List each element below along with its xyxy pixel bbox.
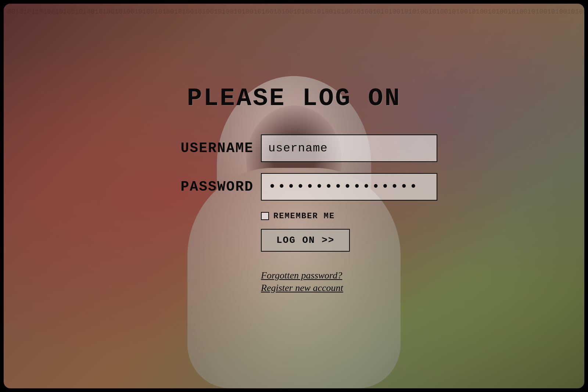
register-link[interactable]: Register new account — [261, 283, 343, 294]
password-input[interactable] — [261, 173, 437, 201]
screen: 0010101101001010010100101001010010100101… — [4, 4, 584, 388]
logon-button[interactable]: LOG ON >> — [261, 229, 350, 252]
login-content: PLEASE LOG ON USERNAME PASSWORD REMEMBER… — [4, 4, 584, 388]
username-input[interactable] — [261, 134, 437, 162]
remember-me-checkbox[interactable] — [261, 212, 269, 220]
login-form: USERNAME PASSWORD REMEMBER ME LOG ON >> … — [151, 134, 437, 294]
username-row: USERNAME — [151, 134, 437, 162]
remember-me-row: REMEMBER ME — [261, 212, 335, 221]
page-title: PLEASE LOG ON — [187, 84, 401, 112]
remember-me-label: REMEMBER ME — [273, 212, 335, 221]
password-label: PASSWORD — [151, 179, 261, 195]
links-area: Forgotten password? Register new account — [261, 270, 343, 294]
username-label: USERNAME — [151, 140, 261, 156]
password-row: PASSWORD — [151, 173, 437, 201]
logon-row: LOG ON >> — [261, 229, 350, 252]
forgotten-password-link[interactable]: Forgotten password? — [261, 270, 342, 281]
